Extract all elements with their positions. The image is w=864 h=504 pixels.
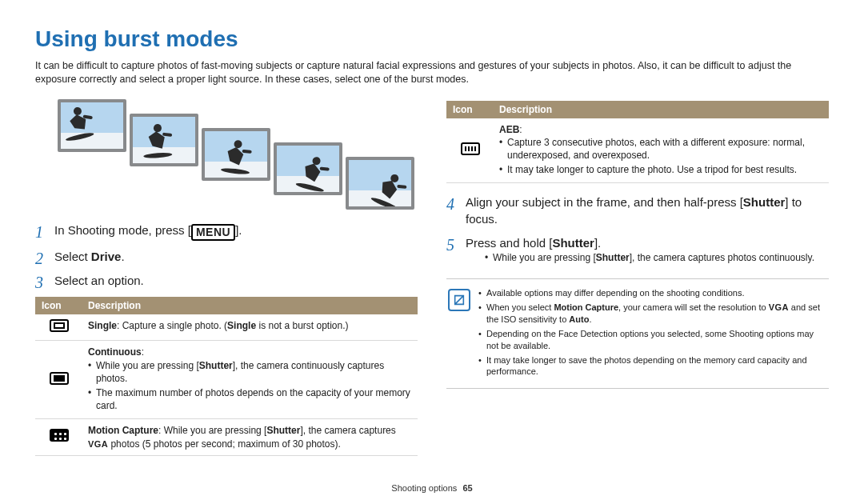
page-title: Using burst modes: [35, 24, 829, 54]
svg-rect-5: [162, 132, 172, 136]
snowboarder-icon: [58, 99, 106, 146]
table-row: Single: Capture a single photo. (Single …: [35, 314, 418, 341]
steps-left: In Shooting mode, press [MENU]. Select D…: [35, 222, 418, 290]
th-desc: Description: [493, 101, 829, 118]
svg-rect-14: [397, 184, 406, 188]
vga-label: VGA: [88, 438, 108, 450]
svg-rect-2: [83, 114, 93, 119]
left-column: In Shooting mode, press [MENU]. Select D…: [35, 98, 418, 456]
right-column: Icon Description AEB: Capture 3 consecut…: [446, 98, 829, 456]
note-icon: [448, 289, 470, 311]
th-icon: Icon: [446, 101, 493, 118]
svg-point-4: [154, 123, 162, 132]
aeb-mode-icon: [461, 142, 480, 155]
step-3: Select an option.: [35, 273, 418, 289]
svg-point-7: [234, 139, 242, 148]
svg-point-9: [295, 181, 324, 193]
svg-rect-11: [319, 166, 329, 170]
snowboarder-icon: [360, 162, 412, 210]
step-1: In Shooting mode, press [MENU].: [35, 222, 418, 241]
options-table-left: Icon Description Single: Capture a singl…: [35, 297, 418, 456]
single-mode-icon: [50, 319, 69, 332]
table-row: Continuous: While you are pressing [Shut…: [35, 341, 418, 419]
svg-point-1: [73, 106, 82, 116]
step-5: Press and hold [Shutter]. While you are …: [446, 235, 829, 264]
continuous-mode-icon: [50, 372, 69, 385]
th-desc: Description: [82, 297, 418, 314]
vga-label: VGA: [769, 302, 789, 314]
table-row: Motion Capture: While you are pressing […: [35, 419, 418, 455]
page-footer: Shooting options 65: [0, 482, 864, 494]
options-table-right: Icon Description AEB: Capture 3 consecut…: [446, 101, 829, 184]
th-icon: Icon: [35, 297, 82, 314]
svg-point-10: [311, 156, 321, 166]
note-box: Available options may differ depending o…: [446, 278, 829, 389]
snowboarder-icon: [214, 134, 258, 178]
step-4: Align your subject in the frame, and the…: [446, 194, 829, 227]
motion-capture-mode-icon: [50, 429, 69, 442]
step-2: Select Drive.: [35, 249, 418, 265]
steps-right: Align your subject in the frame, and the…: [446, 194, 829, 264]
svg-point-12: [370, 196, 399, 210]
intro-text: It can be difficult to capture photos of…: [35, 59, 829, 86]
svg-point-3: [143, 151, 172, 158]
burst-illustration: [58, 99, 418, 210]
snowboarder-icon: [287, 147, 336, 194]
svg-point-6: [221, 167, 250, 175]
svg-point-0: [65, 131, 94, 142]
snowboarder-icon: [138, 118, 180, 161]
menu-button-icon: MENU: [191, 224, 235, 241]
table-row: AEB: Capture 3 consecutive photos, each …: [446, 118, 829, 183]
svg-rect-8: [242, 149, 251, 153]
